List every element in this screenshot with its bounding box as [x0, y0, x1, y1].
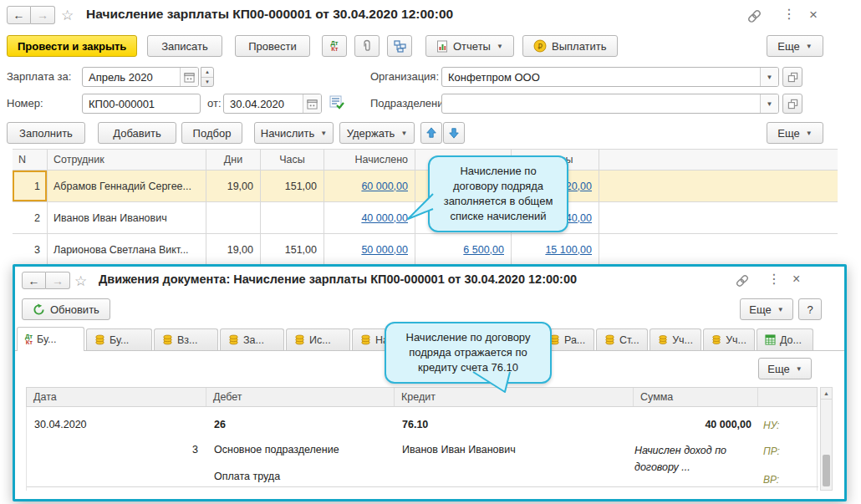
- arrow-up-icon: [425, 127, 437, 139]
- kebab-menu-icon[interactable]: ⋮: [767, 272, 781, 286]
- copy-link-icon[interactable]: [747, 9, 762, 27]
- vertical-scrollbar[interactable]: ▲: [820, 387, 833, 491]
- back-button[interactable]: ←: [22, 272, 46, 289]
- tab-register-11[interactable]: Уч...: [650, 328, 701, 350]
- open-form-icon: [787, 99, 798, 109]
- post-button[interactable]: Провести: [235, 35, 310, 57]
- chevron-down-icon: ▼: [497, 43, 503, 50]
- accrue-button[interactable]: Начислить▼: [254, 122, 334, 144]
- tab-accounting[interactable]: ДтКт Бу...: [17, 327, 84, 351]
- favorite-star-icon[interactable]: ☆: [61, 7, 74, 24]
- postings-table-body[interactable]: 30.04.2020 26 76.10 40 000,00 НУ: 3 Осно…: [26, 407, 818, 491]
- scroll-up-icon[interactable]: ▲: [821, 388, 832, 400]
- pick-button[interactable]: Подбор: [181, 122, 242, 144]
- tab-register-12[interactable]: Уч...: [703, 328, 755, 350]
- move-up-button[interactable]: [420, 122, 442, 144]
- days-cell[interactable]: [206, 202, 261, 233]
- paperclip-icon: [361, 39, 373, 53]
- col-accrued: Начислено: [324, 150, 415, 170]
- favorite-star-icon[interactable]: ☆: [74, 272, 87, 290]
- dtkt-postings-button[interactable]: ДтКт: [322, 35, 347, 57]
- move-down-button[interactable]: [443, 122, 465, 144]
- filler-cell: [599, 234, 838, 265]
- table-more-button[interactable]: Еще▼: [767, 122, 823, 144]
- row-number: 1: [13, 171, 48, 201]
- forward-button[interactable]: →: [31, 6, 55, 24]
- employee-cell[interactable]: Абрамов Геннадий Сергее...: [48, 171, 206, 201]
- coins-icon: [294, 334, 305, 345]
- accrued-link[interactable]: 60 000,00: [361, 181, 408, 192]
- copy-link-icon[interactable]: [736, 274, 749, 291]
- employee-cell[interactable]: Иванов Иван Иванович: [48, 202, 206, 233]
- posting-sum: 40 000,00: [634, 419, 751, 430]
- number-input[interactable]: КП00-000001: [82, 94, 201, 114]
- fill-checklist-icon[interactable]: [329, 95, 344, 113]
- hours-cell[interactable]: 151,00: [261, 171, 324, 201]
- nu-flag: НУ:: [763, 420, 779, 431]
- chevron-down-icon: ▼: [777, 306, 784, 313]
- back-button[interactable]: ←: [7, 6, 31, 24]
- salary-period-input[interactable]: Апрель 2020: [82, 67, 199, 87]
- structure-button[interactable]: [387, 35, 412, 57]
- tab-register-10[interactable]: Ст...: [596, 328, 648, 350]
- department-open-button[interactable]: [782, 94, 802, 114]
- post-and-close-button[interactable]: Провести и закрыть: [7, 35, 137, 57]
- movements-more-button[interactable]: Еще▼: [758, 358, 812, 379]
- tab-label: Ра...: [564, 334, 585, 346]
- tab-label: Вз...: [177, 334, 198, 346]
- tab-label: Уч...: [726, 334, 746, 346]
- add-label: Добавить: [113, 127, 160, 140]
- ndfl-link[interactable]: 6 500,00: [463, 244, 504, 256]
- days-cell[interactable]: 19,00: [206, 171, 261, 201]
- organization-input[interactable]: Конфетпром ООО ▼: [441, 67, 779, 87]
- department-input[interactable]: ▼: [441, 94, 779, 114]
- calendar-icon[interactable]: [303, 94, 321, 113]
- post-and-close-label: Провести и закрыть: [18, 40, 126, 53]
- more-button[interactable]: Еще▼: [767, 35, 823, 57]
- period-stepper[interactable]: ▲▼: [201, 67, 214, 87]
- postings-table-header: Дата Дебет Кредит Сумма: [26, 387, 818, 407]
- pay-button[interactable]: ₽ Выплатить: [522, 35, 618, 57]
- fill-button[interactable]: Заполнить: [7, 122, 85, 144]
- kebab-menu-icon[interactable]: ⋮: [782, 8, 796, 21]
- tab-register-13[interactable]: До...: [757, 328, 813, 350]
- close-icon[interactable]: ×: [792, 272, 800, 286]
- col-sum: Сумма: [634, 388, 758, 406]
- salary-period-value: Апрель 2020: [89, 71, 180, 84]
- hours-cell[interactable]: 151,00: [261, 234, 324, 265]
- write-button[interactable]: Записать: [147, 35, 222, 57]
- table-row[interactable]: 3 Ларионова Светлана Викт... 19,00 151,0…: [13, 234, 838, 266]
- withhold-button[interactable]: Удержать▼: [339, 122, 415, 144]
- callout-tail: [403, 191, 435, 224]
- days-cell[interactable]: 19,00: [206, 234, 261, 265]
- pick-label: Подбор: [193, 127, 232, 140]
- contrib-link[interactable]: 15 100,00: [545, 244, 592, 256]
- close-icon[interactable]: ×: [809, 8, 818, 22]
- chevron-down-icon[interactable]: ▼: [760, 68, 778, 86]
- forward-button[interactable]: →: [46, 272, 70, 289]
- more-label: Еще: [777, 40, 799, 53]
- attachments-button[interactable]: [354, 35, 380, 57]
- scrollbar-thumb[interactable]: [823, 455, 830, 486]
- calendar-icon[interactable]: [180, 68, 198, 86]
- help-button[interactable]: ?: [798, 298, 822, 320]
- tab-register-5[interactable]: Ис...: [286, 328, 350, 350]
- coins-icon: [604, 334, 615, 345]
- refresh-label: Обновить: [50, 303, 99, 316]
- more-button[interactable]: Еще▼: [740, 298, 793, 320]
- reports-button[interactable]: Отчеты▼: [425, 35, 514, 57]
- accrued-link[interactable]: 50 000,00: [361, 244, 408, 256]
- chevron-down-icon[interactable]: ▼: [760, 94, 778, 113]
- accrued-link[interactable]: 40 000,00: [361, 212, 408, 224]
- accrue-label: Начислить: [261, 127, 314, 140]
- refresh-button[interactable]: Обновить: [22, 298, 110, 320]
- employee-cell[interactable]: Ларионова Светлана Викт...: [48, 234, 206, 265]
- hours-cell[interactable]: [261, 202, 324, 233]
- date-input[interactable]: 30.04.2020: [223, 94, 322, 114]
- tab-register-2[interactable]: Бу...: [86, 328, 152, 350]
- organization-open-button[interactable]: [782, 67, 802, 87]
- tab-register-4[interactable]: За...: [220, 328, 284, 350]
- col-hours: Часы: [261, 150, 324, 170]
- tab-register-3[interactable]: Вз...: [154, 328, 218, 350]
- add-button[interactable]: Добавить: [98, 122, 176, 144]
